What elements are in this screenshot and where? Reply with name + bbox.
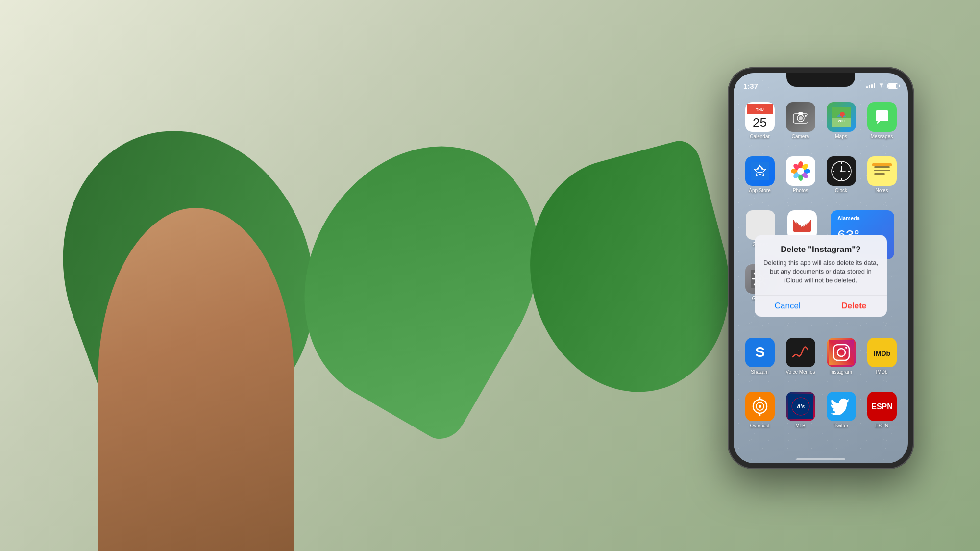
messages-icon bbox=[867, 102, 897, 132]
calendar-label: Calendar bbox=[750, 134, 770, 139]
notch bbox=[786, 73, 855, 87]
dialog-message: Deleting this app will also delete its d… bbox=[762, 258, 879, 285]
hand bbox=[98, 208, 294, 551]
instagram-icon bbox=[827, 338, 856, 367]
svg-text:ESPN: ESPN bbox=[871, 402, 893, 411]
app-row-1: THU 25 Calendar Camera bbox=[741, 102, 900, 139]
svg-point-20 bbox=[797, 168, 804, 175]
photos-icon bbox=[786, 156, 815, 186]
mlb-icon: A's bbox=[786, 392, 815, 421]
svg-text:S: S bbox=[755, 344, 764, 360]
mlb-label: MLB bbox=[795, 423, 806, 428]
maps-label: Maps bbox=[835, 134, 847, 139]
messages-label: Messages bbox=[871, 134, 893, 139]
appstore-icon bbox=[745, 156, 775, 186]
svg-point-4 bbox=[805, 115, 807, 117]
app-voicememos[interactable]: Voice Memos bbox=[782, 338, 819, 375]
svg-text:IMDb: IMDb bbox=[873, 350, 890, 357]
status-time: 1:37 bbox=[743, 82, 758, 90]
clock-icon bbox=[827, 156, 856, 186]
photos-label: Photos bbox=[793, 188, 808, 193]
phone-frame: 1:37 bbox=[728, 67, 914, 469]
dialog-content: Delete "Instagram"? Deleting this app wi… bbox=[755, 235, 887, 287]
instagram-label: Instagram bbox=[830, 369, 852, 375]
camera-icon bbox=[786, 102, 815, 132]
svg-rect-41 bbox=[788, 340, 813, 365]
svg-text:A's: A's bbox=[796, 403, 805, 409]
app-clock[interactable]: Clock bbox=[823, 156, 859, 193]
app-row-6: Overcast A's MLB bbox=[741, 392, 900, 428]
shazam-icon: S bbox=[745, 338, 775, 367]
app-overcast[interactable]: Overcast bbox=[741, 392, 778, 428]
calendar-day: THU bbox=[747, 104, 773, 114]
notes-label: Notes bbox=[875, 188, 888, 193]
delete-dialog: Delete "Instagram"? Deleting this app wi… bbox=[755, 235, 887, 317]
weather-city: Alameda bbox=[837, 215, 887, 221]
maps-icon: 280 bbox=[827, 102, 856, 132]
overcast-label: Overcast bbox=[750, 423, 769, 428]
notes-icon bbox=[867, 156, 897, 186]
espn-label: ESPN bbox=[875, 423, 888, 428]
app-twitter[interactable]: Twitter bbox=[823, 392, 859, 428]
app-maps[interactable]: 280 Maps bbox=[823, 102, 859, 139]
app-calendar[interactable]: THU 25 Calendar bbox=[741, 102, 778, 139]
dialog-title: Delete "Instagram"? bbox=[762, 245, 879, 254]
signal-icon bbox=[866, 83, 875, 88]
app-imdb[interactable]: IMDb IMDb bbox=[863, 338, 900, 375]
svg-point-29 bbox=[840, 170, 842, 172]
voicememos-label: Voice Memos bbox=[785, 369, 815, 375]
svg-rect-33 bbox=[874, 173, 885, 175]
camera-label: Camera bbox=[792, 134, 809, 139]
battery-icon bbox=[887, 83, 898, 89]
dialog-delete-button[interactable]: Delete bbox=[821, 296, 887, 317]
svg-point-51 bbox=[759, 405, 761, 408]
svg-text:280: 280 bbox=[838, 119, 845, 123]
app-shazam[interactable]: S Shazam bbox=[741, 338, 778, 375]
app-espn[interactable]: ESPN ESPN bbox=[863, 392, 900, 428]
shazam-label: Shazam bbox=[751, 369, 769, 375]
app-appstore[interactable]: App Store bbox=[741, 156, 778, 193]
app-camera[interactable]: Camera bbox=[782, 102, 819, 139]
dialog-cancel-button[interactable]: Cancel bbox=[755, 296, 821, 317]
svg-point-45 bbox=[845, 347, 847, 349]
twitter-label: Twitter bbox=[834, 423, 848, 428]
app-mlb[interactable]: A's MLB bbox=[782, 392, 819, 428]
imdb-icon: IMDb bbox=[867, 338, 897, 367]
espn-icon: ESPN bbox=[867, 392, 897, 421]
svg-rect-3 bbox=[798, 112, 803, 115]
phone-screen: 1:37 bbox=[734, 73, 908, 463]
svg-rect-31 bbox=[874, 166, 890, 168]
app-row-5: S Shazam Voice Memos bbox=[741, 338, 900, 375]
wifi-icon bbox=[878, 83, 885, 89]
svg-rect-32 bbox=[874, 170, 890, 171]
clock-label: Clock bbox=[835, 188, 847, 193]
app-messages[interactable]: Messages bbox=[863, 102, 900, 139]
twitter-icon bbox=[827, 392, 856, 421]
appstore-label: App Store bbox=[749, 188, 770, 193]
app-notes[interactable]: Notes bbox=[863, 156, 900, 193]
home-indicator[interactable] bbox=[796, 458, 845, 460]
app-photos[interactable]: Photos bbox=[782, 156, 819, 193]
dialog-buttons: Cancel Delete bbox=[755, 295, 887, 317]
overcast-icon bbox=[745, 392, 775, 421]
app-instagram[interactable]: Instagram bbox=[823, 338, 859, 375]
svg-point-2 bbox=[799, 116, 803, 120]
app-row-2: App Store bbox=[741, 156, 900, 193]
status-icons bbox=[866, 83, 898, 89]
imdb-label: IMDb bbox=[876, 369, 888, 375]
calendar-icon: THU 25 bbox=[745, 102, 775, 132]
voicememos-icon bbox=[786, 338, 815, 367]
calendar-date: 25 bbox=[753, 115, 767, 130]
svg-rect-42 bbox=[829, 340, 854, 365]
svg-rect-34 bbox=[872, 163, 892, 166]
